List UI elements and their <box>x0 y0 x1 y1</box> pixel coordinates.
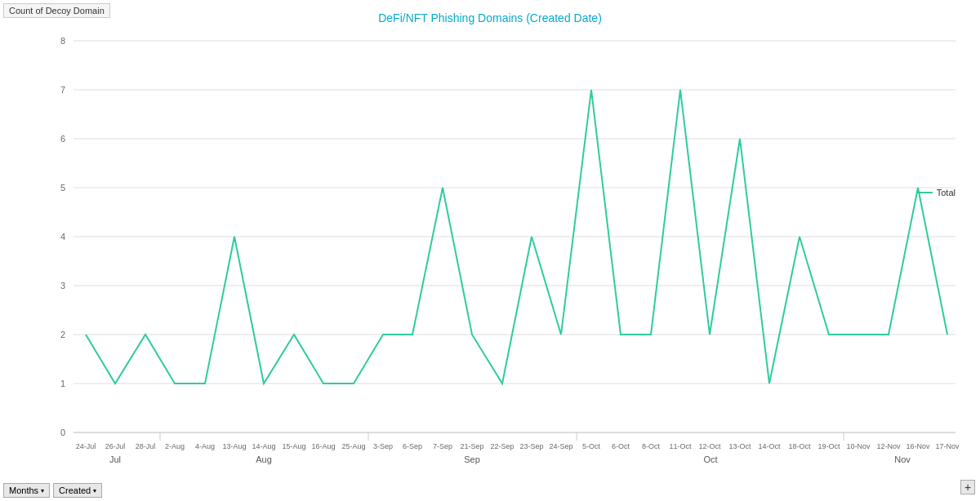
svg-text:Jul: Jul <box>109 454 121 464</box>
svg-text:14-Oct: 14-Oct <box>758 442 781 450</box>
svg-text:13-Aug: 13-Aug <box>222 442 246 450</box>
svg-text:23-Sep: 23-Sep <box>519 442 543 450</box>
svg-text:6: 6 <box>60 134 65 144</box>
svg-text:2: 2 <box>60 330 65 339</box>
svg-text:0: 0 <box>60 428 65 437</box>
svg-text:3: 3 <box>60 281 65 290</box>
svg-text:8-Oct: 8-Oct <box>642 442 661 450</box>
chart-container: Count of Decoy Domain DeFi/NFT Phishing … <box>0 0 980 501</box>
svg-text:21-Sep: 21-Sep <box>460 442 483 450</box>
svg-text:15-Aug: 15-Aug <box>282 442 305 450</box>
svg-text:6-Sep: 6-Sep <box>403 442 422 450</box>
svg-text:5-Oct: 5-Oct <box>582 442 601 450</box>
svg-text:17-Nov: 17-Nov <box>935 442 960 450</box>
svg-text:14-Aug: 14-Aug <box>252 442 275 450</box>
created-dropdown[interactable]: Created ▾ <box>53 483 102 498</box>
months-dropdown[interactable]: Months ▾ <box>3 483 50 498</box>
svg-text:28-Jul: 28-Jul <box>136 442 156 450</box>
svg-text:11-Oct: 11-Oct <box>669 442 692 450</box>
created-label: Created <box>59 485 91 495</box>
svg-text:4: 4 <box>60 232 65 242</box>
plus-icon: + <box>964 481 971 494</box>
svg-text:26-Jul: 26-Jul <box>105 442 126 450</box>
svg-text:19-Oct: 19-Oct <box>817 442 840 450</box>
plus-button[interactable]: + <box>960 480 975 494</box>
svg-text:1: 1 <box>60 379 65 388</box>
svg-text:24-Jul: 24-Jul <box>76 442 96 450</box>
chart-title: DeFi/NFT Phishing Domains (Created Date) <box>0 11 980 24</box>
svg-text:24-Sep: 24-Sep <box>549 442 572 450</box>
svg-text:7: 7 <box>60 85 65 95</box>
svg-text:13-Oct: 13-Oct <box>728 442 751 450</box>
svg-text:18-Oct: 18-Oct <box>788 442 811 450</box>
svg-text:3-Sep: 3-Sep <box>373 442 393 450</box>
svg-text:22-Sep: 22-Sep <box>490 442 514 450</box>
bottom-controls: Months ▾ Created ▾ + <box>0 483 980 498</box>
svg-text:8: 8 <box>60 36 65 46</box>
svg-text:5: 5 <box>60 183 65 193</box>
svg-text:16-Nov: 16-Nov <box>906 442 930 450</box>
months-arrow-icon: ▾ <box>41 487 44 494</box>
svg-text:7-Sep: 7-Sep <box>433 442 452 450</box>
svg-text:4-Aug: 4-Aug <box>195 442 215 450</box>
svg-text:6-Oct: 6-Oct <box>612 442 630 450</box>
created-arrow-icon: ▾ <box>93 487 96 494</box>
svg-text:16-Aug: 16-Aug <box>311 442 335 450</box>
svg-text:10-Nov: 10-Nov <box>846 442 871 450</box>
svg-text:12-Nov: 12-Nov <box>876 442 901 450</box>
svg-text:Oct: Oct <box>703 454 717 464</box>
svg-text:2-Aug: 2-Aug <box>165 442 185 450</box>
svg-text:Aug: Aug <box>256 454 272 464</box>
svg-text:25-Aug: 25-Aug <box>341 442 365 450</box>
main-chart: 0 1 2 3 4 5 6 7 8 24-Jul 26-Jul 28-Jul 2… <box>41 33 964 465</box>
svg-text:12-Oct: 12-Oct <box>698 442 721 450</box>
svg-text:Nov: Nov <box>894 454 911 464</box>
svg-text:Sep: Sep <box>464 454 480 464</box>
months-label: Months <box>9 485 38 495</box>
